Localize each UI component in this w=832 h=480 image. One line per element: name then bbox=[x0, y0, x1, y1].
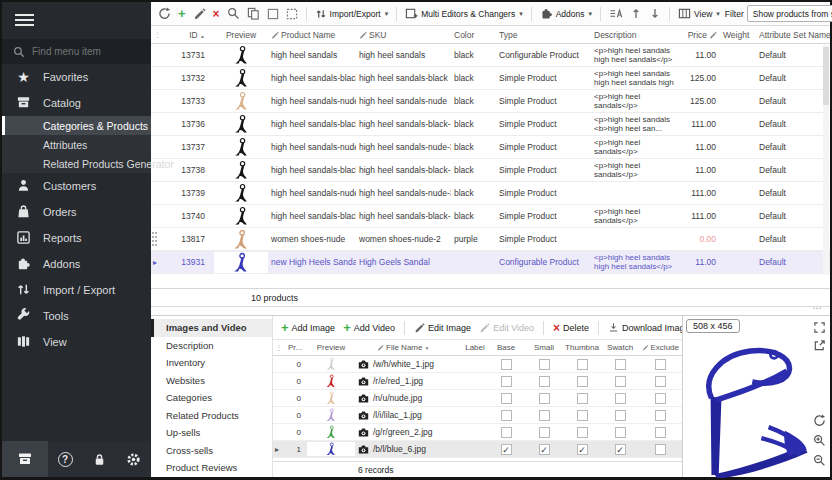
cell-product-name[interactable]: high heel sandals-black-36 bbox=[268, 119, 356, 129]
tab-inventory[interactable]: Inventory bbox=[151, 354, 272, 372]
tab-cross-sells[interactable]: Cross-sells bbox=[151, 442, 272, 460]
sidebar-item-orders[interactable]: Orders bbox=[2, 199, 151, 225]
cell-color[interactable]: black bbox=[451, 165, 496, 175]
cell-color[interactable]: black bbox=[451, 188, 496, 198]
checkbox-small[interactable] bbox=[539, 444, 550, 455]
addons-button[interactable]: Addons▾ bbox=[538, 5, 594, 22]
checkbox-small[interactable] bbox=[539, 427, 550, 438]
store-button[interactable] bbox=[2, 441, 48, 477]
cell-preview[interactable] bbox=[214, 252, 268, 273]
column-menu-icon[interactable]: ⋮ bbox=[151, 31, 164, 39]
cell-preview[interactable] bbox=[214, 206, 268, 226]
image-row-selected[interactable]: ▸ 1 /b/l/blue_6.jpg bbox=[273, 441, 682, 458]
column-header-position[interactable]: Pr... bbox=[285, 343, 307, 352]
cell-sku[interactable]: high heel sandals bbox=[356, 50, 451, 60]
sidebar-item-favorites[interactable]: ★ Favorites bbox=[2, 64, 151, 90]
column-header-label[interactable]: Label bbox=[461, 343, 487, 352]
lock-button[interactable] bbox=[82, 452, 116, 467]
tab-description[interactable]: Description bbox=[151, 337, 272, 355]
settings-button[interactable] bbox=[117, 452, 151, 467]
cell-file-name[interactable]: /r/e/red_1.jpg bbox=[355, 376, 461, 387]
table-row[interactable]: 13732 high heel sandals-black high heel … bbox=[151, 67, 830, 90]
cell-description[interactable]: <p>high heel sandals high heel sandals</… bbox=[591, 253, 684, 272]
cell-id[interactable]: 13817 bbox=[164, 234, 214, 244]
cell-sku[interactable]: High Geels Sandal bbox=[356, 257, 451, 267]
cell-preview[interactable] bbox=[307, 374, 355, 388]
cell-description[interactable]: <p>high heel sandals high heel sandals h… bbox=[591, 69, 684, 88]
cell-sku[interactable]: high heel sandals-black bbox=[356, 73, 451, 83]
cell-type[interactable]: Simple Product bbox=[496, 188, 591, 198]
image-row[interactable]: 0 /n/u/nude.jpg bbox=[273, 390, 682, 407]
image-row[interactable]: 0 /r/e/red_1.jpg bbox=[273, 373, 682, 390]
filter-select[interactable]: Show products from selected categories ▾ bbox=[747, 5, 832, 22]
column-header-base[interactable]: Base bbox=[487, 343, 525, 352]
cell-sku[interactable]: women shoes-nude-2 bbox=[356, 234, 451, 244]
checkbox-base[interactable] bbox=[501, 359, 512, 370]
cell-id[interactable]: 13732 bbox=[164, 73, 214, 83]
column-header-sku[interactable]: SKU bbox=[356, 30, 451, 40]
select-button[interactable] bbox=[265, 6, 281, 22]
cell-price[interactable]: 125.00 bbox=[684, 73, 720, 83]
column-header-product-name[interactable]: Product Name bbox=[268, 30, 356, 40]
download-image-button[interactable]: Download Image bbox=[606, 320, 692, 335]
cell-type[interactable]: Simple Product bbox=[496, 211, 591, 221]
column-header-swatch[interactable]: Swatch bbox=[601, 343, 639, 352]
cell-preview[interactable] bbox=[307, 442, 355, 456]
cell-type[interactable]: Configurable Product bbox=[496, 257, 591, 267]
sidebar-item-related-products-generator[interactable]: Related Products Generator bbox=[2, 154, 151, 173]
checkbox-small[interactable] bbox=[539, 376, 550, 387]
cell-id[interactable]: 13931 bbox=[164, 257, 214, 267]
expand-rows-button[interactable] bbox=[628, 5, 644, 22]
checkbox-swatch[interactable] bbox=[615, 359, 626, 370]
cell-price[interactable]: 11.00 bbox=[684, 50, 720, 60]
cell-attribute-set[interactable]: Default bbox=[756, 119, 830, 129]
sidebar-item-categories-products[interactable]: Categories & Products bbox=[2, 116, 151, 135]
cell-price[interactable]: 111.00 bbox=[684, 211, 720, 221]
cell-product-name[interactable]: high heel sandals-black-38 bbox=[268, 211, 356, 221]
zoom-in-button[interactable] bbox=[813, 433, 826, 451]
sidebar-item-tools[interactable]: Tools bbox=[2, 303, 151, 329]
edit-button[interactable] bbox=[191, 5, 208, 22]
view-button[interactable]: View▾ bbox=[676, 5, 722, 22]
checkbox-small[interactable] bbox=[539, 410, 550, 421]
column-header-preview[interactable]: Preview bbox=[307, 343, 355, 352]
column-header-attribute-set[interactable]: Attribute Set Name bbox=[756, 30, 830, 40]
sidebar-item-catalog[interactable]: Catalog bbox=[2, 90, 151, 116]
checkbox-small[interactable] bbox=[539, 359, 550, 370]
checkbox-base[interactable] bbox=[501, 376, 512, 387]
cell-preview[interactable] bbox=[214, 160, 268, 180]
column-header-type[interactable]: Type bbox=[496, 30, 591, 40]
cell-preview[interactable] bbox=[307, 357, 355, 371]
rotate-button[interactable] bbox=[813, 413, 826, 431]
tab-images-and-video[interactable]: Images and Video bbox=[151, 319, 272, 337]
edit-image-button[interactable]: Edit Image bbox=[412, 320, 473, 335]
cell-type[interactable]: Simple Product bbox=[496, 119, 591, 129]
cell-attribute-set[interactable]: Default bbox=[756, 188, 830, 198]
table-row[interactable]: 13740 high heel sandals-black-38 high he… bbox=[151, 205, 830, 228]
cell-attribute-set[interactable]: Default bbox=[756, 50, 830, 60]
sidebar-item-customers[interactable]: Customers bbox=[2, 173, 151, 199]
cell-type[interactable]: Simple Product bbox=[496, 165, 591, 175]
cell-file-name[interactable]: /b/l/blue_6.jpg bbox=[355, 444, 461, 455]
cell-position[interactable]: 0 bbox=[285, 377, 307, 386]
cell-id[interactable]: 13738 bbox=[164, 165, 214, 175]
table-row[interactable]: 13736 high heel sandals-black-36 high he… bbox=[151, 113, 830, 136]
cell-price[interactable]: 11.00 bbox=[684, 142, 720, 152]
cell-price[interactable]: 125.00 bbox=[684, 96, 720, 106]
column-header-price[interactable]: Price bbox=[684, 30, 720, 40]
checkbox-base[interactable] bbox=[501, 393, 512, 404]
table-row-selected[interactable]: ▸ 13931 new High Heels Sandals High Geel… bbox=[151, 251, 830, 274]
checkbox-thumbnail[interactable] bbox=[577, 359, 588, 370]
checkbox-thumbnail[interactable] bbox=[577, 376, 588, 387]
checkbox-base[interactable] bbox=[501, 427, 512, 438]
column-header-small[interactable]: Small bbox=[525, 343, 563, 352]
cell-id[interactable]: 13737 bbox=[164, 142, 214, 152]
cell-product-name[interactable]: high heel sandals-nude bbox=[268, 96, 356, 106]
sidebar-item-addons[interactable]: Addons bbox=[2, 251, 151, 277]
cell-type[interactable]: Simple Product bbox=[496, 142, 591, 152]
sidebar-item-view[interactable]: View bbox=[2, 329, 151, 355]
checkbox-swatch[interactable] bbox=[615, 444, 626, 455]
cell-attribute-set[interactable]: Default bbox=[756, 165, 830, 175]
cell-type[interactable]: Simple Product bbox=[496, 73, 591, 83]
cell-sku[interactable]: high heel sandals-black-37 bbox=[356, 165, 451, 175]
